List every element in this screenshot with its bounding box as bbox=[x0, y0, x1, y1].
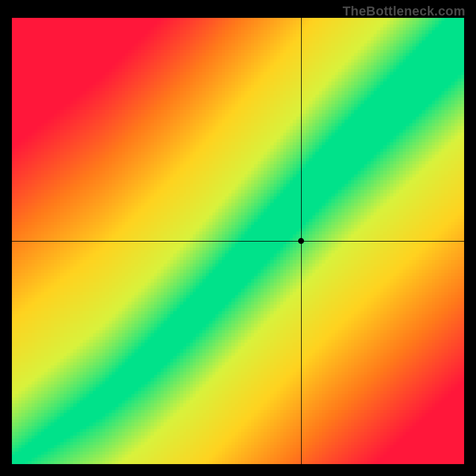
sample-point-marker bbox=[298, 238, 304, 244]
plot-area bbox=[12, 18, 464, 464]
watermark-text: TheBottleneck.com bbox=[343, 4, 465, 19]
crosshair-horizontal bbox=[12, 241, 464, 242]
chart-frame: TheBottleneck.com bbox=[0, 0, 476, 476]
